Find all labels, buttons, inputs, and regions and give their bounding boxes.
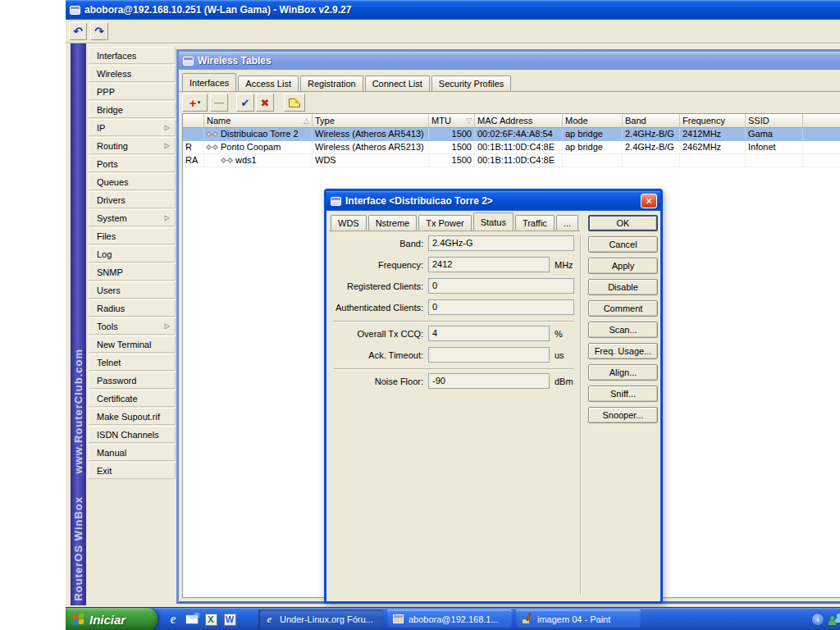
tab-access-list[interactable]: Access List xyxy=(238,75,299,91)
table-row[interactable]: RPonto CoopamWireless (Atheros AR5213)15… xyxy=(183,141,840,154)
internet-explorer-icon[interactable]: e xyxy=(166,612,180,627)
column-header-type[interactable]: Type xyxy=(313,114,429,128)
column-header-band[interactable]: Band xyxy=(623,114,680,128)
interface-name: Distribuicao Torre 2 xyxy=(221,129,299,139)
column-header-mtu[interactable]: MTU▽ xyxy=(429,114,475,128)
field-row-authenticated-clients: Authenticated Clients:0 xyxy=(326,299,580,315)
disable-button[interactable]: Disable xyxy=(588,279,658,295)
dialog-titlebar[interactable]: Interface <Distribuicao Torre 2> xyxy=(326,191,660,211)
field-noise-floor[interactable]: -90 xyxy=(428,373,550,389)
main-window-titlebar[interactable]: abobora@192.168.10.251 (W-Lan Gama) - Wi… xyxy=(66,0,840,20)
taskbar-task-under-linux-org-f-ru[interactable]: eUnder-Linux.org Fóru... xyxy=(258,609,383,628)
interface-icon xyxy=(207,132,217,136)
column-header-mac-address[interactable]: MAC Address xyxy=(475,114,563,128)
field-registered-clients[interactable]: 0 xyxy=(428,278,574,294)
outlook-express-icon[interactable] xyxy=(185,612,199,627)
sidebar-item-exit[interactable]: Exit xyxy=(89,462,176,479)
field-frequency[interactable]: 2412 xyxy=(428,257,550,272)
start-button[interactable]: Iniciar xyxy=(66,608,158,630)
sidebar-item-new-terminal[interactable]: New Terminal xyxy=(89,336,176,353)
column-header-blank[interactable] xyxy=(803,114,840,128)
sidebar-item-system[interactable]: System▷ xyxy=(89,209,176,226)
dialog-tab-tx-power[interactable]: Tx Power xyxy=(418,215,471,231)
sidebar-item-users[interactable]: Users xyxy=(89,281,176,299)
sidebar-item-ports[interactable]: Ports xyxy=(89,155,176,172)
sidebar-item-label: Ports xyxy=(97,159,170,169)
sidebar-item-telnet[interactable]: Telnet xyxy=(89,354,176,371)
sidebar-item-snmp[interactable]: SNMP xyxy=(89,263,176,281)
tray-collapse-chevron-icon[interactable]: ‹ xyxy=(811,613,824,626)
sidebar-item-drivers[interactable]: Drivers xyxy=(89,191,176,208)
field-ack-timeout[interactable] xyxy=(428,347,550,363)
tab-registration[interactable]: Registration xyxy=(300,75,363,91)
excel-icon[interactable]: X xyxy=(203,612,218,627)
ok-button[interactable]: OK xyxy=(588,215,658,231)
column-header-name[interactable]: Name△ xyxy=(204,114,313,128)
field-band[interactable]: 2.4GHz-G xyxy=(428,235,574,251)
sidebar-item-interfaces[interactable]: Interfaces xyxy=(89,47,176,64)
disable-button[interactable]: ✖ xyxy=(256,94,274,112)
sidebar-item-log[interactable]: Log xyxy=(89,245,176,262)
dialog-tab-nstreme[interactable]: Nstreme xyxy=(368,215,418,231)
snooper-button[interactable]: Snooper... xyxy=(588,407,658,423)
sidebar-item-files[interactable]: Files xyxy=(89,227,176,244)
taskbar-task-abobora-192-168-1[interactable]: abobora@192.168.1... xyxy=(387,609,512,628)
sidebar-item-routing[interactable]: Routing▷ xyxy=(89,137,176,154)
sidebar-item-label: ISDN Channels xyxy=(97,430,170,440)
word-icon[interactable]: W xyxy=(222,612,237,627)
remove-button[interactable]: — xyxy=(210,94,228,112)
sidebar-item-radius[interactable]: Radius xyxy=(89,299,176,317)
table-row[interactable]: RAwds1WDS150000:1B:11:0D:C4:8E xyxy=(183,154,840,167)
table-row[interactable]: Distribuicao Torre 2Wireless (Atheros AR… xyxy=(183,128,840,141)
column-header-label: Frequency xyxy=(682,116,725,126)
task-label: imagem 04 - Paint xyxy=(537,614,610,624)
column-header-ssid[interactable]: SSID xyxy=(746,114,803,128)
users-offline-icon[interactable]: ✕ xyxy=(828,611,840,628)
enable-button[interactable]: ✔ xyxy=(236,94,254,112)
column-header-label: Name xyxy=(207,116,231,126)
tab-connect-list[interactable]: Connect List xyxy=(365,75,430,91)
freq-usage-button[interactable]: Freq. Usage... xyxy=(588,343,658,359)
sidebar-item-make-supout-rif[interactable]: Make Supout.rif xyxy=(89,408,176,425)
column-header-blank[interactable] xyxy=(183,114,204,128)
column-header-label: MTU xyxy=(431,116,451,126)
sidebar-item-tools[interactable]: Tools▷ xyxy=(89,317,176,335)
sidebar-item-manual[interactable]: Manual xyxy=(89,444,176,461)
column-header-mode[interactable]: Mode xyxy=(563,114,623,128)
dialog-tab-blank[interactable]: ... xyxy=(556,215,578,231)
redo-button[interactable]: ↷ xyxy=(90,22,108,40)
wireless-tables-titlebar[interactable]: Wireless Tables xyxy=(179,52,840,70)
field-authenticated-clients[interactable]: 0 xyxy=(428,299,574,315)
undo-button[interactable]: ↶ xyxy=(69,22,87,40)
scan-button[interactable]: Scan... xyxy=(588,322,658,338)
sidebar-item-isdn-channels[interactable]: ISDN Channels xyxy=(89,426,176,443)
sidebar-item-password[interactable]: Password xyxy=(89,372,176,389)
field-overall-tx-ccq[interactable]: 4 xyxy=(428,326,550,341)
submenu-arrow-icon: ▷ xyxy=(165,214,170,221)
align-button[interactable]: Align... xyxy=(588,364,658,381)
sidebar-item-ppp[interactable]: PPP xyxy=(89,83,176,100)
sidebar-item-label: System xyxy=(97,213,165,223)
comment-button[interactable]: Comment xyxy=(588,300,658,317)
comment-button[interactable] xyxy=(284,94,305,112)
cancel-button[interactable]: Cancel xyxy=(588,236,658,253)
tab-interfaces[interactable]: Interfaces xyxy=(182,73,236,91)
sidebar-item-label: Manual xyxy=(97,448,170,458)
close-button[interactable]: ✕ xyxy=(641,194,657,208)
field-value: -90 xyxy=(432,376,445,386)
sniff-button[interactable]: Sniff... xyxy=(588,386,658,402)
dialog-tab-traffic[interactable]: Traffic xyxy=(515,215,555,231)
sidebar-item-bridge[interactable]: Bridge xyxy=(89,101,176,118)
dialog-tab-status[interactable]: Status xyxy=(473,212,514,231)
apply-button[interactable]: Apply xyxy=(588,258,658,274)
dialog-tab-wds[interactable]: WDS xyxy=(331,215,367,231)
field-unit: MHz xyxy=(555,260,573,270)
add-button[interactable]: +▾ xyxy=(182,94,208,112)
sidebar-item-certificate[interactable]: Certificate xyxy=(89,390,176,407)
column-header-frequency[interactable]: Frequency xyxy=(680,114,746,128)
tab-security-profiles[interactable]: Security Profiles xyxy=(431,75,511,91)
sidebar-item-wireless[interactable]: Wireless xyxy=(89,65,176,82)
taskbar-task-imagem-04-paint[interactable]: imagem 04 - Paint xyxy=(516,609,641,628)
sidebar-item-ip[interactable]: IP▷ xyxy=(89,119,176,136)
sidebar-item-queues[interactable]: Queues xyxy=(89,173,176,190)
